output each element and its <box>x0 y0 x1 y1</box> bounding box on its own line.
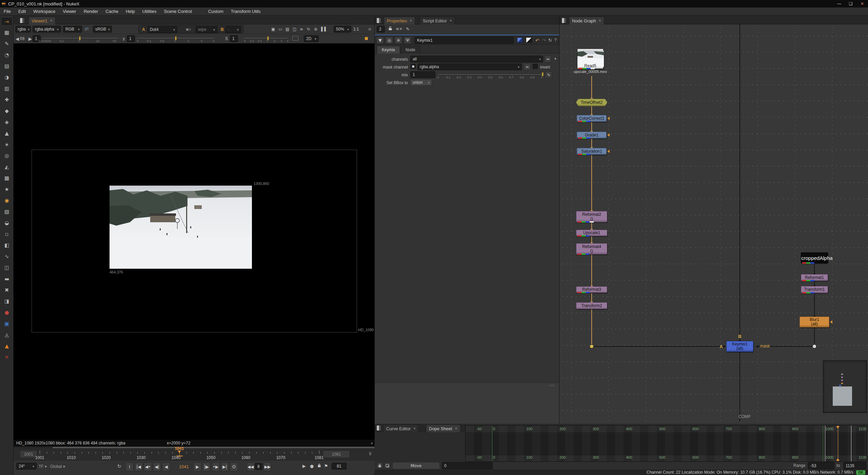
node-reformat4[interactable]: Reformat4() <box>576 243 607 254</box>
plugin-tool-4-icon[interactable]: ◧ <box>0 241 14 250</box>
lut-dropdown[interactable]: sRGB <box>93 26 112 33</box>
metadata-tools-icon[interactable]: ▩ <box>0 174 14 183</box>
timebar-chevrons-icon[interactable]: ≫ <box>368 452 373 456</box>
highlighted-tool-icon[interactable]: ◉ <box>0 196 14 205</box>
current-frame-display[interactable]: 1041 <box>179 464 189 469</box>
gl-color-swatch[interactable] <box>526 37 532 43</box>
plugin-tool-5-icon[interactable]: ∿ <box>0 252 14 261</box>
b-input-dropdown[interactable]: - <box>225 26 241 33</box>
flipbook-play-icon[interactable]: ▶ <box>302 463 306 469</box>
channels-link-button[interactable]: = <box>545 56 551 62</box>
global-dropdown[interactable]: Global ▾ <box>50 464 65 469</box>
mask-enable-checkbox[interactable]: ✖ <box>411 64 416 69</box>
node-graph-minimap[interactable] <box>823 360 867 413</box>
frame-count-field[interactable]: 81 <box>332 463 347 470</box>
mask-channel-dropdown[interactable]: rgba.alpha <box>417 63 522 70</box>
close-icon[interactable]: × <box>450 18 452 23</box>
zebra-icon[interactable]: ▨ <box>285 27 289 32</box>
node-reformat3[interactable]: Reformat3 <box>576 286 607 293</box>
keyer-tools-icon[interactable]: ✚ <box>0 95 14 104</box>
tab-keymix[interactable]: Keymix <box>377 46 400 54</box>
panel-menu-icon[interactable] <box>561 18 567 23</box>
wipe-mode-icon[interactable]: ◫ <box>293 27 296 32</box>
menu-render[interactable]: Render <box>80 7 102 16</box>
prev-keyframe-button[interactable]: ◀• <box>144 462 152 471</box>
dope-sheet-timeline[interactable]: -50-500010010020020030030040040050050060… <box>465 425 867 462</box>
mix-slider[interactable] <box>438 74 544 75</box>
edit-icon[interactable]: ✎ <box>406 26 410 32</box>
scroll-up-icon[interactable]: ▲ <box>554 56 557 60</box>
zoom-dropdown[interactable]: 50% <box>334 26 351 33</box>
panel-menu-icon[interactable] <box>20 18 25 23</box>
node-timeoffset2[interactable]: TimeOffset2 <box>576 99 607 106</box>
wrench-icon[interactable]: Ψ <box>404 37 411 44</box>
gain-slider[interactable] <box>43 38 119 39</box>
node-read5[interactable]: Read5 <box>577 49 604 69</box>
step-forward-button[interactable]: |▶ <box>202 462 211 471</box>
one-to-one-button[interactable]: 1:1 <box>353 27 359 32</box>
node-reformat1[interactable]: Reformat1 <box>801 274 828 281</box>
saturation-field[interactable]: 1 <box>230 35 238 42</box>
go-start-button[interactable]: |◀ <box>135 462 143 471</box>
plugin-tool-9-icon[interactable]: ◨ <box>0 297 14 306</box>
invert-checkbox[interactable] <box>533 64 538 69</box>
resize-grip[interactable] <box>550 385 554 386</box>
fstop-label[interactable]: f/8 <box>20 36 24 41</box>
move-button[interactable]: Move <box>392 462 440 469</box>
copy-icon[interactable] <box>384 462 390 469</box>
move-value-field[interactable]: 0 <box>442 462 493 469</box>
collapse-icon[interactable]: ▼ <box>376 37 384 44</box>
timebar-ruler[interactable]: 1001101010201030104010501060107010811041 <box>39 449 321 460</box>
lock-icon[interactable] <box>377 462 383 469</box>
node-blur1[interactable]: Blur1(all) <box>800 317 829 327</box>
threed-tools-icon[interactable]: ▲ <box>0 129 14 138</box>
mark-out-button[interactable]: O <box>230 462 238 471</box>
red-x-plugin-icon[interactable]: ✕ <box>0 353 14 362</box>
viewer-scrollbar[interactable] <box>53 447 375 448</box>
step-back-button[interactable]: ◀| <box>153 462 161 471</box>
loop-mode-icon[interactable]: ↻ <box>117 463 121 469</box>
color-tools-icon[interactable]: ◑ <box>0 73 14 82</box>
clear-panels-icon[interactable]: ≡× <box>396 26 402 31</box>
step-decrement-button[interactable]: ◀◀ <box>247 462 254 471</box>
node-colorcorrect1[interactable]: ColorCorrect1 <box>577 115 607 122</box>
dot-node[interactable] <box>590 345 593 348</box>
display-dropdown[interactable]: RGB <box>63 26 82 33</box>
plugin-tool-10-icon[interactable]: ◬ <box>0 330 14 339</box>
menu-workspace[interactable]: Workspace <box>29 7 59 16</box>
toolsets-icon[interactable]: ★ <box>0 185 14 194</box>
mask-overlay-icon[interactable]: ▭ <box>278 27 282 32</box>
close-icon[interactable]: × <box>50 18 53 23</box>
redo-icon[interactable]: ↷ <box>542 38 546 43</box>
range-from-field[interactable]: -53 <box>808 462 834 469</box>
viewer-viewport[interactable]: 1300,860 464,376 HD_1080 <box>14 43 375 440</box>
center-node-icon[interactable]: ◎ <box>386 37 393 44</box>
settings-icon[interactable]: ⊛ <box>314 27 317 32</box>
gamma-field[interactable]: 1 <box>127 35 135 42</box>
menu-utilities[interactable]: Utilities <box>139 7 160 16</box>
mask-link-button[interactable]: = <box>524 63 531 70</box>
close-icon[interactable]: × <box>413 426 416 431</box>
tab-node-graph[interactable]: Node Graph × <box>569 17 604 24</box>
menu-help[interactable]: Help <box>122 7 139 16</box>
undo-icon[interactable]: ↶ <box>535 38 539 43</box>
minimize-button[interactable]: — <box>833 1 845 6</box>
unlock-icon[interactable] <box>388 26 392 32</box>
blue-plugin-icon[interactable]: ▣ <box>0 319 14 328</box>
viewer-timebar[interactable]: 1001 1081 ≫ 1001101010201030104010501060… <box>14 449 375 460</box>
flame-plugin-icon[interactable]: ▲ <box>0 342 14 350</box>
fps-dropdown[interactable]: 24* <box>16 463 37 470</box>
close-icon[interactable]: × <box>599 18 601 23</box>
viewer-menu-icon[interactable]: ≡ <box>368 26 371 32</box>
node-grade1[interactable]: Grade1 <box>577 132 607 138</box>
views-tools-icon[interactable]: ◭ <box>0 163 14 171</box>
max-panels-field[interactable]: 2 <box>377 26 385 33</box>
toolbar-toggle-icon[interactable]: → <box>1 17 13 26</box>
node-reformat2[interactable]: Reformat2() <box>576 211 607 222</box>
plugin-tool-3-icon[interactable]: ▫ <box>0 230 14 239</box>
time-tools-icon[interactable]: ◔ <box>0 51 14 59</box>
transform-tools-icon[interactable]: ◈ <box>0 118 14 127</box>
filter-tools-icon[interactable]: ▥ <box>0 84 14 93</box>
refresh-icon[interactable]: ↻ <box>307 27 310 32</box>
panel-menu-icon[interactable] <box>376 425 381 431</box>
